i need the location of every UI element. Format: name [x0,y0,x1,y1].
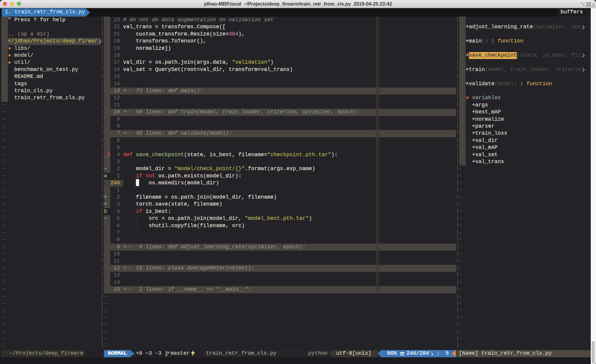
svg-text:1: 1 [592,2,595,7]
